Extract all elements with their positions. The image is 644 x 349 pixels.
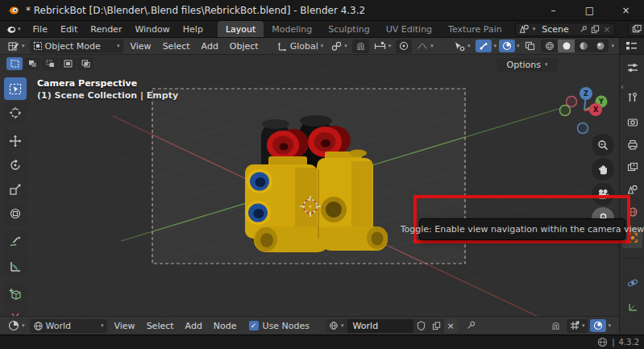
pin-icon[interactable] [466,321,476,330]
outliner-header[interactable] [619,38,644,55]
workspace-tab[interactable]: Texture Pain [440,21,510,37]
menu-item[interactable]: Object [224,41,264,52]
world-browse-dropdown[interactable]: ▾ [326,319,347,333]
menu-item[interactable]: Render [84,21,128,37]
menu-item[interactable]: Add [196,41,224,52]
blender-version: 4.3.2 [619,338,639,347]
chevron-down-icon: ▾ [18,27,21,32]
menu-item[interactable]: Node [208,321,243,331]
editor-type-button[interactable]: ▾ [5,39,28,53]
shading-wireframe-button[interactable] [541,39,558,52]
transform-orientation-dropdown[interactable]: Global ▾ [274,39,327,53]
workspace-tab[interactable]: UV Editing [378,21,440,37]
3d-viewport[interactable]: Options ▾ Camera Perspective (1) Scene C… [0,55,619,316]
chevron-down-icon: ▾ [344,44,347,49]
shading-solid-button[interactable] [558,39,575,52]
chevron-down-icon[interactable]: ▾ [608,323,611,329]
add-cube-tool[interactable] [4,283,27,305]
tab-render[interactable] [622,111,642,132]
falloff-dropdown[interactable]: ▾ [413,39,437,53]
copy-world-button[interactable] [429,319,444,333]
shader-type-dropdown[interactable]: World ▾ [30,319,107,333]
mode-dropdown[interactable]: Object Mode ▾ [30,39,123,53]
scene-name[interactable]: Scene [538,24,575,35]
view-name-overlay: Camera Perspective [37,78,137,89]
snap-node-dropdown[interactable]: ▾ [567,319,588,333]
transform-tool[interactable] [4,202,27,225]
measure-tool[interactable] [4,255,27,277]
chevron-down-icon[interactable]: ▾ [533,27,536,32]
editor-type-3d-viewport-icon [8,41,19,52]
snap-toggle-button[interactable] [547,319,564,333]
select-mode-set-button[interactable] [6,57,23,70]
select-mode-intersect-button[interactable] [77,57,93,70]
tab-object-data-empty[interactable] [622,297,642,318]
chevron-down-icon: ▾ [430,44,434,49]
menu-item[interactable]: Select [157,41,196,52]
pivot-point-dropdown[interactable]: ▾ [328,39,351,53]
select-mode-invert-button[interactable] [60,57,76,70]
menu-item[interactable]: Edit [54,21,84,37]
properties-editor-type-button[interactable] [622,57,642,78]
show-gizmo-dropdown[interactable]: ▾ [451,39,474,53]
workspace-tab[interactable]: Layout [218,21,264,37]
snap-toggle-button[interactable] [352,39,369,53]
select-mode-extend-button[interactable] [24,57,40,70]
gizmo-minus-z-axis[interactable] [578,123,588,134]
tab-output[interactable] [622,134,642,155]
gizmos-toggle-button[interactable] [476,39,492,52]
cursor-tool[interactable] [4,102,27,124]
pan-view-button[interactable] [592,158,614,181]
checkbox-checked-icon[interactable]: ✓ [249,321,259,330]
chevron-down-icon[interactable]: ▾ [517,44,520,49]
menu-item[interactable]: View [125,41,157,52]
unlink-world-button[interactable]: × [444,319,458,333]
zoom-view-button[interactable] [592,134,614,156]
menu-item[interactable]: File [27,21,54,37]
overlays-toggle-button[interactable] [590,319,606,332]
menu-item[interactable]: Help [177,21,210,37]
annotate-tool[interactable] [4,231,27,253]
menu-item[interactable]: Window [128,21,176,37]
chevron-down-icon[interactable]: ▾ [493,44,497,49]
gizmo-minus-y-axis[interactable] [560,106,571,116]
gizmo-minus-x-axis[interactable] [567,97,577,107]
editor-type-button[interactable]: ▾ [5,319,28,333]
shading-rendered-button[interactable] [592,39,609,52]
workspace-tab[interactable]: Modeling [264,21,320,37]
options-button[interactable]: Options ▾ [497,58,558,72]
gizmos-toggle-group: ▾ [476,39,497,52]
fake-user-button[interactable] [413,319,429,333]
tab-physics[interactable] [622,272,642,293]
scissors-tool[interactable] [4,307,27,316]
use-nodes-toggle[interactable]: ✓ Use Nodes [249,321,310,331]
xray-toggle-button[interactable] [521,39,538,53]
close-button[interactable]: × [608,0,644,20]
3d-cursor-icon [9,106,22,119]
tab-view-layer[interactable] [622,156,642,177]
blender-menu-button[interactable]: ▾ [0,21,27,37]
magnet-icon [551,321,561,331]
workspace-tab[interactable]: Sculpting [320,21,377,37]
viewport-header: ▾ Object Mode ▾ ViewSelectAddObject Glob… [0,38,619,55]
navigation-gizmo[interactable]: Z Y X [556,84,613,140]
shading-material-button[interactable] [575,39,592,52]
menu-item[interactable]: Select [141,321,180,331]
move-tool[interactable] [4,130,27,152]
pin-icon[interactable] [579,25,588,34]
world-name-field[interactable]: World [347,319,413,333]
select-mode-subtract-button[interactable] [42,57,58,70]
minimize-button[interactable]: – [535,0,571,20]
rotate-tool[interactable] [4,154,27,177]
tab-tool[interactable] [622,87,642,108]
scale-tool[interactable] [4,178,27,201]
menu-item[interactable]: Add [180,321,208,331]
overlays-toggle-button[interactable] [499,39,515,52]
proportional-editing-button[interactable] [396,39,412,53]
menu-item[interactable]: View [109,321,141,331]
maximize-button[interactable]: □ [571,0,608,20]
select-box-tool[interactable] [4,77,27,100]
new-copy-icon[interactable] [591,25,600,34]
chevron-down-icon[interactable]: ▾ [611,44,614,49]
snap-settings-dropdown[interactable]: ▾ [371,39,395,53]
